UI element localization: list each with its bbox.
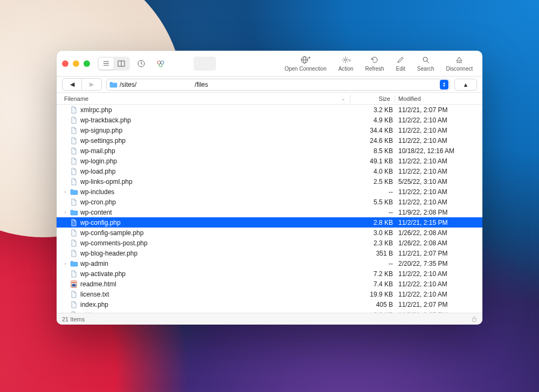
quick-connect-placeholder[interactable] — [194, 57, 216, 71]
file-icon — [70, 167, 78, 176]
globe-plus-icon — [300, 55, 311, 65]
folder-icon — [70, 259, 78, 268]
svg-rect-27 — [72, 282, 76, 283]
column-modified[interactable]: Modified — [396, 95, 477, 102]
zoom-window-button[interactable] — [84, 60, 90, 67]
view-mode-segmented[interactable] — [98, 57, 130, 71]
file-icon — [70, 116, 78, 125]
file-row[interactable]: wp-links-opml.php2.5 KB5/25/22, 3:10 AM — [57, 176, 482, 187]
file-row[interactable]: wp-comments-post.php2.3 KB1/26/22, 2:08 … — [57, 238, 482, 248]
svg-line-19 — [343, 58, 343, 58]
file-modified: 11/2/22, 2:10 AM — [396, 116, 477, 124]
file-row[interactable]: wp-mail.php8.5 KB10/18/22, 12:16 AM — [57, 146, 482, 156]
file-row[interactable]: wp-signup.php34.4 KB11/2/22, 2:10 AM — [57, 125, 482, 135]
svg-point-8 — [159, 64, 162, 67]
file-name: wp-blog-header.php — [80, 250, 354, 257]
file-row[interactable]: wp-trackback.php4.9 KB11/2/22, 2:10 AM — [57, 115, 482, 125]
file-icon — [70, 300, 78, 309]
svg-line-24 — [427, 61, 429, 63]
disclosure-triangle[interactable]: › — [62, 189, 68, 195]
file-size: 2.5 KB — [354, 178, 396, 185]
file-icon — [70, 147, 78, 155]
file-row[interactable]: license.txt19.9 KB11/2/22, 2:10 AM — [57, 289, 482, 299]
svg-point-14 — [344, 59, 347, 61]
file-icon — [70, 177, 78, 186]
file-name: wp-activate.php — [80, 270, 354, 278]
file-name: wp-comments-post.php — [80, 239, 354, 247]
svg-line-21 — [347, 58, 347, 58]
svg-rect-28 — [72, 284, 76, 286]
file-name: wp-login.php — [80, 157, 354, 165]
view-list-button[interactable] — [99, 58, 114, 70]
action-button[interactable]: Action — [334, 55, 358, 72]
gear-icon — [341, 55, 351, 65]
file-size: 3.2 KB — [354, 106, 396, 114]
file-size: 7.4 KB — [354, 280, 396, 288]
file-row[interactable]: wp-load.php4.0 KB11/2/22, 2:10 AM — [57, 166, 482, 176]
history-button[interactable] — [133, 57, 149, 71]
file-listing[interactable]: xmlrpc.php3.2 KB11/2/21, 2:07 PMwp-track… — [57, 105, 482, 313]
search-icon — [421, 55, 430, 65]
file-icon — [70, 270, 78, 278]
file-row[interactable]: index.php405 B11/2/21, 2:07 PM — [57, 299, 482, 310]
file-size: -- — [354, 260, 396, 267]
file-name: wp-signup.php — [80, 127, 354, 134]
file-row[interactable]: wp-settings.php24.6 KB11/2/22, 2:10 AM — [57, 135, 482, 146]
file-name: wp-mail.php — [80, 147, 354, 155]
file-size: 8.5 KB — [354, 147, 396, 155]
file-size: 24.6 KB — [354, 137, 396, 145]
file-row[interactable]: wp-activate.php7.2 KB11/2/22, 2:10 AM — [57, 269, 482, 279]
file-row[interactable]: ›wp-includes--11/2/22, 2:10 AM — [57, 187, 482, 197]
minimize-window-button[interactable] — [73, 60, 79, 67]
file-modified: 10/18/22, 12:16 AM — [396, 147, 477, 155]
file-row[interactable]: wp-cron.php5.5 KB11/2/22, 2:10 AM — [57, 197, 482, 207]
refresh-icon — [370, 55, 379, 65]
disclosure-triangle[interactable]: › — [62, 261, 68, 266]
file-name: wp-load.php — [80, 168, 354, 175]
file-icon — [70, 290, 78, 299]
column-filename[interactable]: Filename ⌄ — [62, 95, 349, 102]
column-headers: Filename ⌄ Size Modified — [57, 93, 482, 105]
file-row[interactable]: wp-config-sample.php3.0 KB1/26/22, 2:08 … — [57, 228, 482, 238]
file-row[interactable]: wp-config.php2.8 KB11/2/21, 2:15 PM — [57, 217, 482, 228]
file-size: 405 B — [354, 301, 396, 308]
file-name: license.txt — [80, 291, 354, 298]
nav-forward-button[interactable]: ▶ — [82, 79, 101, 90]
close-window-button[interactable] — [62, 60, 68, 67]
column-size[interactable]: Size — [351, 95, 393, 102]
bookmarks-button[interactable] — [153, 57, 169, 71]
file-row[interactable]: xmlrpc.php3.2 KB11/2/21, 2:07 PM — [57, 105, 482, 115]
file-name: wp-cron.php — [80, 198, 354, 206]
search-button[interactable]: Search — [413, 55, 439, 72]
view-column-button[interactable] — [114, 58, 129, 70]
folder-icon — [70, 208, 78, 217]
file-size: -- — [354, 188, 396, 196]
refresh-button[interactable]: Refresh — [361, 55, 389, 72]
file-modified: 11/2/22, 2:10 AM — [396, 188, 477, 196]
disclosure-triangle[interactable]: › — [62, 210, 68, 215]
file-modified: 11/2/21, 2:07 PM — [396, 301, 477, 308]
eject-icon — [455, 55, 464, 65]
file-icon — [70, 218, 78, 227]
file-row[interactable]: ›wp-admin--2/20/22, 7:35 PM — [57, 258, 482, 269]
file-row[interactable]: wp-blog-header.php351 B11/2/21, 2:07 PM — [57, 248, 482, 258]
open-connection-button[interactable]: Open Connection — [280, 55, 331, 72]
disconnect-button[interactable]: Disconnect — [442, 55, 477, 72]
file-row[interactable]: readme.html7.4 KB11/2/22, 2:10 AM — [57, 279, 482, 289]
file-icon — [70, 229, 78, 237]
file-name: wp-admin — [80, 260, 354, 267]
file-modified: 11/2/21, 2:07 PM — [396, 250, 477, 257]
nav-back-forward: ◀ ▶ — [62, 78, 102, 91]
path-dropdown[interactable]: /sites/ /files ▲▼ — [106, 79, 450, 91]
file-name: wp-config.php — [80, 219, 354, 226]
path-bar: ◀ ▶ /sites/ /files ▲▼ ▲ — [57, 77, 482, 93]
svg-line-22 — [343, 61, 343, 62]
go-up-button[interactable]: ▲ — [454, 79, 477, 91]
file-row[interactable]: wp-login.php49.1 KB11/2/22, 2:10 AM — [57, 156, 482, 166]
nav-back-button[interactable]: ◀ — [63, 79, 82, 90]
file-modified: 11/2/22, 2:10 AM — [396, 270, 477, 278]
folder-icon — [70, 188, 78, 196]
window-controls — [62, 60, 90, 67]
file-row[interactable]: ›wp-content--11/9/22, 2:08 PM — [57, 207, 482, 217]
edit-button[interactable]: Edit — [392, 55, 410, 72]
